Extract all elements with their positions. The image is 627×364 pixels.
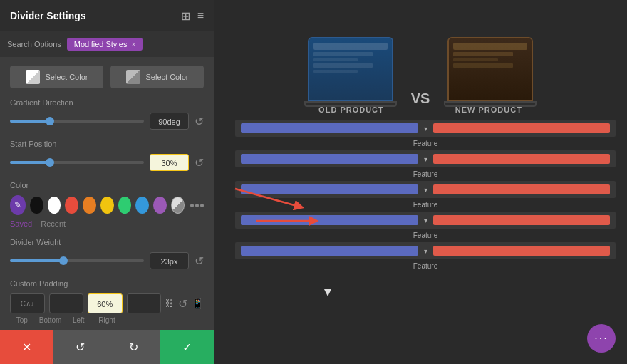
padding-labels: Top Bottom Left Right — [10, 316, 204, 324]
redo-icon: ↻ — [129, 340, 138, 354]
palette-color-gray[interactable] — [171, 197, 185, 214]
palette-color-white[interactable] — [48, 197, 61, 214]
undo-button[interactable]: ↺ — [53, 330, 107, 364]
start-position-reset[interactable]: ↺ — [195, 156, 204, 170]
saved-recent-row: Saved Recent — [10, 219, 204, 228]
modified-styles-badge[interactable]: Modified Styles × — [67, 38, 142, 51]
device-icon[interactable]: 📱 — [192, 298, 204, 309]
padding-bottom-input[interactable] — [49, 293, 84, 313]
divider-weight-track[interactable] — [10, 259, 144, 262]
cursor-pointer — [324, 289, 331, 296]
menu-icon[interactable]: ≡ — [197, 9, 204, 22]
gradient-direction-track[interactable] — [10, 120, 144, 123]
divider-weight-fill — [10, 259, 63, 262]
color-swatch-right — [126, 70, 140, 84]
bar-left-1 — [241, 123, 418, 133]
color-btn-right-label: Select Color — [146, 73, 189, 81]
float-dots-button[interactable]: ··· — [587, 324, 616, 353]
divider-weight-reset[interactable]: ↺ — [195, 254, 204, 268]
palette-pencil-btn[interactable]: ✎ — [10, 195, 26, 215]
search-options-label: Search Options — [7, 40, 61, 48]
cancel-icon: ✕ — [22, 340, 31, 354]
comparison-header: OLD PRODUCT NEW PRODUCT — [214, 100, 627, 120]
start-position-value[interactable]: 30% — [150, 154, 189, 171]
start-position-fill — [10, 161, 50, 164]
expand-icon[interactable]: ⊞ — [181, 9, 190, 23]
color-section-label: Color — [10, 181, 204, 189]
panel-content: Select Color Select Color Gradient Direc… — [0, 57, 214, 330]
main-area: VS OLD PRODUCT NEW PRODUCT ▾ — [214, 0, 627, 364]
gradient-direction-reset[interactable]: ↺ — [195, 115, 204, 128]
top-label: Top — [10, 316, 34, 324]
save-button[interactable]: ✓ — [160, 330, 214, 364]
color-button-right[interactable]: Select Color — [110, 66, 204, 88]
right-laptop — [447, 37, 533, 101]
feature-label-1: Feature — [235, 140, 616, 147]
left-panel: Divider Settings ⊞ ≡ Search Options Modi… — [0, 0, 214, 364]
bar-left-3 — [241, 184, 418, 194]
palette-color-yellow[interactable] — [100, 197, 114, 214]
device-mockups: VS — [214, 0, 627, 107]
palette-color-blue[interactable] — [135, 197, 149, 214]
gradient-direction-fill — [10, 120, 50, 123]
palette-color-red[interactable] — [65, 197, 78, 214]
bar-left-5 — [241, 246, 418, 256]
bar-right-4 — [433, 215, 611, 225]
bar-right-5 — [433, 246, 611, 256]
gradient-direction-label: Gradient Direction — [10, 98, 204, 107]
color-btn-left-label: Select Color — [46, 73, 88, 81]
palette-dot-1 — [190, 204, 194, 207]
panel-bottom: ✕ ↺ ↻ ✓ — [0, 330, 214, 364]
palette-dot-3 — [200, 204, 204, 207]
chevron-3: ▾ — [424, 186, 428, 194]
bar-right-3 — [433, 184, 611, 194]
custom-padding-label: Custom Padding — [10, 279, 204, 288]
chevron-5: ▾ — [424, 247, 428, 255]
bar-right-2 — [433, 154, 611, 164]
redo-button[interactable]: ↻ — [107, 330, 160, 364]
gradient-direction-thumb — [46, 117, 54, 125]
left-laptop — [308, 37, 393, 101]
chevron-1: ▾ — [424, 125, 428, 132]
feature-row-5: ▾ — [235, 242, 616, 259]
modified-styles-close[interactable]: × — [131, 41, 135, 48]
feature-row-1: ▾ — [235, 120, 616, 137]
recent-label[interactable]: Recent — [41, 219, 66, 228]
palette-color-purple[interactable] — [153, 197, 167, 214]
feature-row-3: ▾ — [235, 181, 616, 198]
panel-header: Divider Settings ⊞ ≡ — [0, 0, 214, 31]
padding-left-input[interactable]: 60% — [88, 293, 123, 313]
old-product-label: OLD PRODUCT — [318, 105, 384, 114]
start-position-label: Start Position — [10, 140, 204, 148]
start-position-thumb — [46, 158, 54, 167]
divider-weight-slider-row: 23px ↺ — [10, 252, 204, 269]
padding-right-input[interactable] — [127, 293, 162, 313]
palette-dot-2 — [195, 204, 199, 207]
start-position-track[interactable] — [10, 161, 144, 164]
gradient-direction-value[interactable]: 90deg — [150, 113, 189, 130]
padding-icons-row: C∧↓ 60% ⛓ ↺ 📱 — [10, 293, 204, 313]
chevron-2: ▾ — [424, 155, 428, 163]
left-laptop-screen — [309, 38, 392, 100]
saved-label[interactable]: Saved — [10, 219, 32, 228]
left-label: Left — [66, 316, 90, 324]
gradient-direction-slider-row: 90deg ↺ — [10, 113, 204, 130]
modified-styles-text: Modified Styles — [74, 40, 128, 48]
palette-more — [190, 204, 204, 207]
divider-weight-value[interactable]: 23px — [150, 252, 189, 269]
padding-reset[interactable]: ↺ — [178, 297, 187, 311]
bar-left-4 — [241, 215, 418, 225]
laptop-content-3 — [314, 63, 373, 68]
undo-icon: ↺ — [76, 340, 85, 354]
cancel-button[interactable]: ✕ — [0, 330, 53, 364]
padding-top-input[interactable]: C∧↓ — [10, 293, 45, 313]
right-laptop-content-1 — [453, 52, 512, 56]
save-icon: ✓ — [182, 340, 192, 354]
color-button-left[interactable]: Select Color — [10, 66, 103, 88]
palette-color-green[interactable] — [118, 197, 132, 214]
palette-color-black[interactable] — [30, 197, 43, 214]
padding-link-icon[interactable]: ⛓ — [165, 298, 174, 308]
right-laptop-content-3 — [453, 63, 512, 68]
palette-color-orange[interactable] — [83, 197, 96, 214]
laptop-content-1 — [314, 52, 373, 56]
